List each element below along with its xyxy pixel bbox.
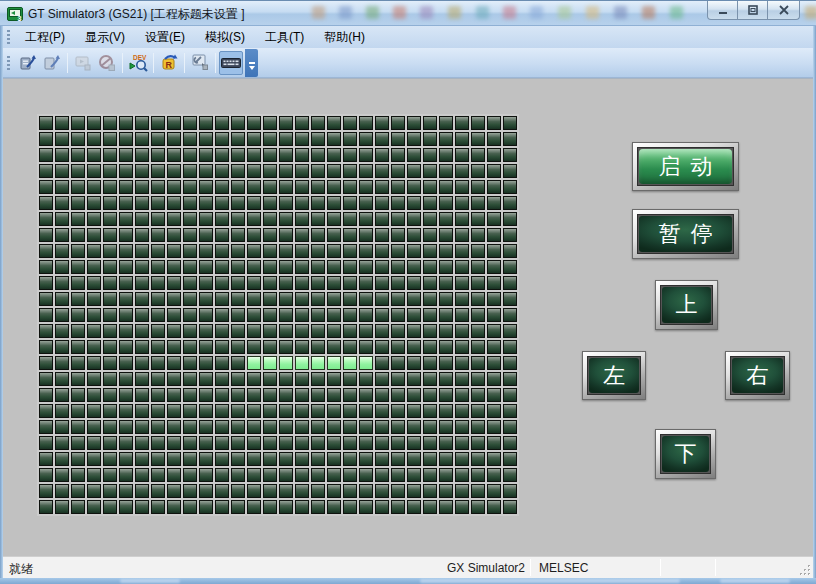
grid-cell [359,212,373,226]
grid-cell [55,260,69,274]
grid-cell [231,132,245,146]
script-monitor-icon[interactable]: R [157,51,181,75]
grid-cell [215,164,229,178]
grid-cell [119,308,133,322]
menubar-grip[interactable] [7,30,10,44]
option-setup-icon[interactable] [188,51,212,75]
grid-cell [167,164,181,178]
grid-cell [263,276,277,290]
grid-cell [215,404,229,418]
grid-cell [487,148,501,162]
snake-cell [359,356,373,370]
menu-tool[interactable]: 工具(T) [256,26,313,49]
grid-cell [295,436,309,450]
right-button[interactable]: 右 [725,351,790,400]
toolbar-separator [153,53,154,73]
grid-cell [391,452,405,466]
grid-cell [231,116,245,130]
grid-cell [215,420,229,434]
menu-simulate[interactable]: 模拟(S) [196,26,254,49]
grid-cell [199,388,213,402]
grid-cell [263,484,277,498]
grid-cell [167,260,181,274]
device-monitor-icon[interactable]: DEV [126,51,150,75]
grid-cell [119,244,133,258]
grid-cell [391,420,405,434]
grid-cell [375,292,389,306]
up-button-label: 上 [662,287,711,323]
grid-cell [391,196,405,210]
grid-cell [375,212,389,226]
grid-cell [87,292,101,306]
grid-cell [311,372,325,386]
start-button[interactable]: 启动 [632,142,739,191]
grid-cell [167,212,181,226]
pause-button[interactable]: 暂停 [632,209,739,259]
status-plc-pane: MELSEC [539,561,588,575]
maximize-button[interactable] [737,1,768,20]
minimize-button[interactable] [707,1,738,20]
grid-cell [135,148,149,162]
grid-cell [327,276,341,290]
grid-cell [55,484,69,498]
grid-cell [231,292,245,306]
grid-cell [279,260,293,274]
down-button[interactable]: 下 [655,429,716,479]
grid-cell [135,212,149,226]
grid-cell [39,436,53,450]
grid-cell [167,148,181,162]
title-bar[interactable]: 3 GT Simulator3 (GS21) [工程标题未设置 ] [0,0,816,26]
grid-cell [231,372,245,386]
stop-simulation-icon[interactable] [95,51,119,75]
grid-cell [327,388,341,402]
grid-cell [471,468,485,482]
grid-cell [263,164,277,178]
grid-cell [215,436,229,450]
grid-cell [407,452,421,466]
grid-cell [407,260,421,274]
grid-cell [263,324,277,338]
grid-cell [119,468,133,482]
left-button[interactable]: 左 [582,351,646,400]
grid-cell [247,244,261,258]
grid-cell [71,308,85,322]
window-border-left[interactable] [0,26,3,584]
grid-cell [103,404,117,418]
app-icon[interactable]: 3 [7,6,23,22]
menu-help[interactable]: 帮助(H) [315,26,374,49]
toolbar-overflow-button[interactable] [245,49,258,77]
grid-cell [343,116,357,130]
left-button-label: 左 [589,358,639,393]
grid-cell [503,452,517,466]
status-ready-text: 就绪 [9,561,33,578]
grid-cell [39,340,53,354]
open-project-icon[interactable] [16,51,40,75]
resize-grip-icon[interactable] [800,565,811,576]
grid-cell [471,340,485,354]
up-button[interactable]: 上 [655,280,718,330]
grid-cell [231,340,245,354]
close-button[interactable] [767,1,800,20]
menu-view[interactable]: 显示(V) [76,26,134,49]
grid-cell [231,164,245,178]
grid-cell [71,292,85,306]
grid-cell [71,212,85,226]
grid-cell [55,388,69,402]
menu-project[interactable]: 工程(P) [16,26,74,49]
toolbar-grip[interactable] [7,56,10,70]
keyboard-input-icon[interactable] [219,51,243,75]
grid-cell [471,324,485,338]
grid-cell [455,260,469,274]
start-monitor-icon[interactable] [71,51,95,75]
grid-cell [279,324,293,338]
grid-cell [391,484,405,498]
grid-cell [423,484,437,498]
window-border-bottom[interactable] [0,578,816,584]
grid-cell [327,484,341,498]
grid-cell [343,340,357,354]
menu-setup[interactable]: 设置(E) [136,26,194,49]
grid-cell [247,452,261,466]
grid-cell [151,132,165,146]
open-recent-icon[interactable] [40,51,64,75]
grid-cell [199,404,213,418]
